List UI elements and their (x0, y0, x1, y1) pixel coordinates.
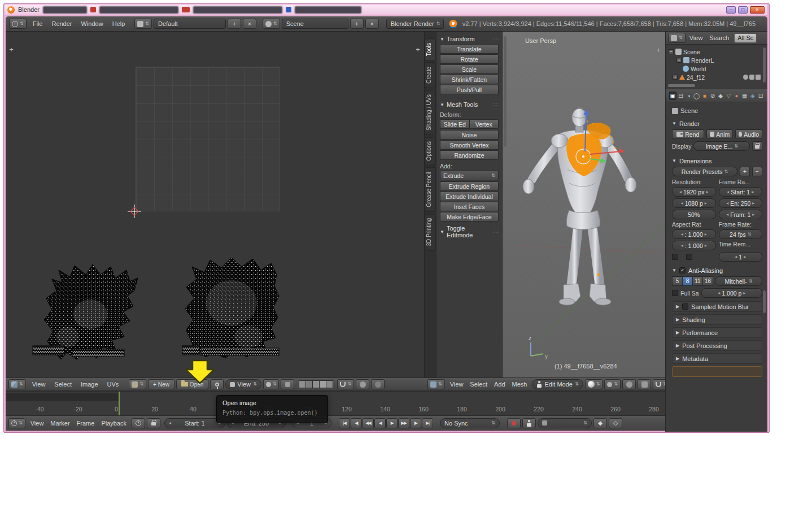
tab-tools[interactable]: Tools (425, 38, 436, 60)
collapse-toggle-icon[interactable]: + (676, 58, 682, 63)
toolshelf-scrollbar[interactable] (504, 36, 507, 147)
menu-item[interactable]: UVs (103, 381, 124, 388)
image-browse-button[interactable]: ⇅ (129, 379, 146, 389)
properties-tab-icon[interactable]: ■ (701, 92, 708, 100)
sampled-motion-blur-section[interactable]: ▶ Sampled Motion Blur (672, 301, 762, 312)
aa-sample-8-button[interactable]: 8 (682, 276, 693, 286)
playback-button[interactable]: ◀| (351, 418, 362, 428)
aa-sample-11-button[interactable]: 11 (692, 276, 703, 286)
playback-button[interactable]: ◀◀ (363, 418, 374, 428)
tab-3d-printing[interactable]: 3D Printing (425, 214, 436, 250)
tool-button[interactable]: Extrude Region (440, 181, 499, 191)
render-button[interactable]: Rend (672, 129, 704, 139)
auto-keyframe-button[interactable] (507, 418, 521, 428)
editor-type-button[interactable]: ⇅ (427, 379, 445, 389)
frame-end-field[interactable]: ◂En: 250▸ (719, 198, 763, 208)
tool-button[interactable]: Scale (440, 64, 499, 74)
mode-dropdown[interactable]: Edit Mode ⇅ (532, 379, 583, 389)
tab-grease-pencil[interactable]: Grease Pencil (425, 167, 436, 212)
remove-preset-button[interactable]: − (752, 167, 762, 176)
menu-item[interactable]: Select (50, 381, 76, 388)
menu-item[interactable]: Marker (47, 420, 73, 427)
tool-button[interactable]: Push/Pull (440, 85, 499, 94)
stepper-left-icon[interactable]: ◂ (681, 232, 683, 237)
render-presets-dropdown[interactable]: Render Presets ⇅ (672, 167, 737, 176)
tool-button[interactable]: Rotate (440, 54, 499, 64)
delete-scene-button[interactable]: × (365, 19, 379, 29)
collapse-toggle-icon[interactable]: − (669, 49, 674, 54)
uv-mode-dropdown[interactable]: View ⇅ (225, 379, 261, 389)
expand-region-plus-icon[interactable]: + (7, 46, 15, 54)
performance-section[interactable]: ▶ Performance (672, 327, 762, 338)
stepper-right-icon[interactable]: ▸ (752, 189, 754, 194)
sampled-motion-blur-checkbox[interactable] (682, 303, 688, 310)
crop-checkbox[interactable] (686, 254, 692, 260)
stepper-right-icon[interactable]: ▸ (706, 189, 708, 194)
viewport-shading-dropdown[interactable]: ⇅ (585, 379, 603, 389)
menu-item[interactable]: Add (491, 381, 509, 388)
uv-islands[interactable] (6, 32, 425, 377)
post-processing-section[interactable]: ▶ Post Processing (672, 340, 762, 351)
aspect-x-field[interactable]: ◂: 1.000▸ (672, 229, 716, 239)
stepper-right-icon[interactable]: ▸ (705, 243, 707, 248)
outliner-scrollbar[interactable] (763, 47, 766, 83)
stepper-left-icon[interactable]: ◂ (718, 290, 720, 296)
outliner-menu-search[interactable]: Search (706, 34, 732, 41)
stepper-right-icon[interactable]: ▸ (705, 232, 707, 237)
stepper-left-icon[interactable]: ◂ (726, 201, 728, 206)
playback-button[interactable]: ▶▶ (398, 418, 409, 428)
tab-options[interactable]: Options (425, 137, 436, 165)
properties-tab-icon[interactable]: ▣ (669, 92, 676, 100)
stepper-left-icon[interactable]: ◂ (681, 243, 683, 248)
full-sample-checkbox[interactable] (672, 290, 678, 296)
animation-button[interactable]: Anim (706, 129, 734, 139)
expand-region-plus-icon[interactable]: + (414, 46, 422, 54)
keying-mode-button[interactable] (522, 418, 536, 428)
dimensions-section-header[interactable]: ▼ Dimensions (672, 156, 762, 166)
uv-strip[interactable] (33, 346, 64, 355)
outliner-row-world[interactable]: World (667, 64, 766, 73)
frame-start-field[interactable]: ◂Start: 1▸ (719, 187, 763, 197)
outliner-filter-dropdown[interactable]: All Sc (734, 33, 757, 43)
playback-button[interactable]: ▶ (386, 418, 398, 428)
manipulator-button[interactable] (622, 379, 636, 389)
stepper-right-icon[interactable]: ▸ (752, 201, 754, 206)
properties-scrollbar[interactable] (763, 290, 766, 313)
delete-keyframe-button[interactable]: ◇ (609, 418, 622, 428)
outliner-row-mesh-object[interactable]: + 24_f12 (667, 73, 766, 81)
menu-item[interactable]: View (447, 381, 467, 388)
new-image-button[interactable]: + New (148, 379, 174, 389)
selectable-cursor-icon[interactable] (749, 75, 754, 80)
uv-image-editor[interactable]: + + (6, 32, 425, 377)
add-scene-button[interactable]: + (350, 19, 364, 29)
editor-type-button[interactable]: ⇅ (8, 418, 25, 428)
tool-button[interactable]: Shrink/Fatten (440, 75, 499, 84)
menu-item[interactable]: Help (108, 20, 130, 27)
frame-step-field[interactable]: ◂Fram: 1▸ (719, 210, 763, 219)
layers-button[interactable] (638, 379, 651, 389)
add-preset-button[interactable]: + (740, 167, 750, 176)
menu-item[interactable]: Select (466, 381, 491, 388)
menu-item[interactable]: Window (77, 20, 108, 27)
preview-range-button[interactable] (132, 418, 145, 428)
uv-strip[interactable] (182, 346, 199, 355)
vertex-slide-button[interactable]: Vertex (470, 119, 499, 129)
tool-button[interactable]: Noise (440, 130, 499, 140)
aa-sample-5-button[interactable]: 5 (672, 276, 683, 286)
menu-item[interactable]: Render (47, 20, 76, 27)
playback-button[interactable]: ▶| (422, 418, 433, 428)
audio-button[interactable]: Audio (735, 129, 762, 139)
uv-2d-cursor-icon[interactable] (128, 205, 141, 218)
aa-sample-16-button[interactable]: 16 (702, 276, 713, 286)
editor-type-button[interactable]: ⇅ (668, 33, 686, 43)
transform-panel-header[interactable]: ▼ Transform ∷∷ (440, 34, 499, 44)
tool-button[interactable]: Translate (440, 44, 499, 54)
properties-tab-icon[interactable]: ⊘ (709, 92, 716, 100)
filter-size-field[interactable]: ◂1.000 p▸ (701, 288, 762, 298)
playback-button[interactable]: |▶ (410, 418, 421, 428)
menu-item[interactable]: Playback (98, 420, 130, 427)
visibility-eye-icon[interactable] (743, 75, 748, 80)
timeline-ruler[interactable]: -40-200204060801001201401601802002202402… (6, 391, 665, 415)
stepper-right-icon[interactable]: ▸ (744, 254, 746, 259)
lock-frame-button[interactable] (147, 418, 160, 428)
